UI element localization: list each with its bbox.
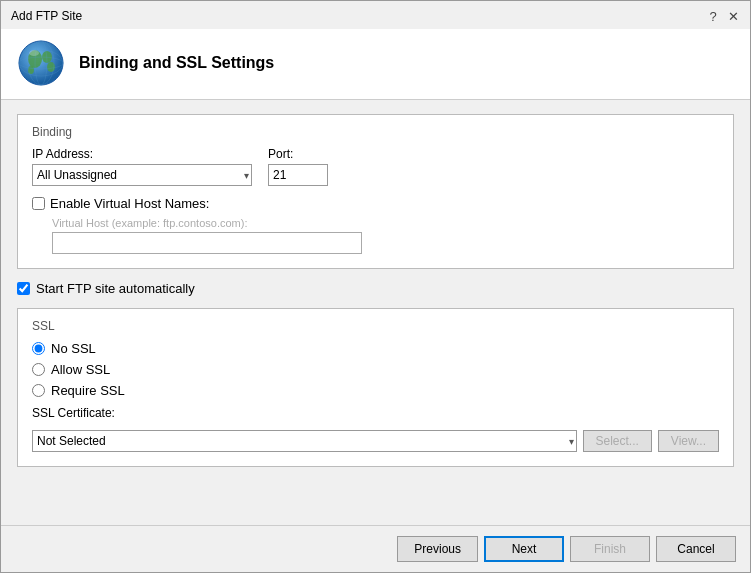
dialog: Add FTP Site ? ✕ [0, 0, 751, 573]
ip-select-wrapper: All Unassigned ▾ [32, 164, 252, 186]
require-ssl-radio[interactable] [32, 384, 45, 397]
allow-ssl-label[interactable]: Allow SSL [51, 362, 110, 377]
no-ssl-radio[interactable] [32, 342, 45, 355]
finish-button[interactable]: Finish [570, 536, 650, 562]
no-ssl-label[interactable]: No SSL [51, 341, 96, 356]
enable-virtual-host-checkbox[interactable] [32, 197, 45, 210]
start-auto-row: Start FTP site automatically [17, 281, 734, 296]
dialog-title: Add FTP Site [11, 9, 82, 23]
title-bar: Add FTP Site ? ✕ [1, 1, 750, 29]
ssl-cert-row: Not Selected ▾ Select... View... [32, 430, 719, 452]
ip-address-select[interactable]: All Unassigned [32, 164, 252, 186]
ssl-label: SSL [32, 319, 719, 333]
port-label: Port: [268, 147, 328, 161]
binding-row: IP Address: All Unassigned ▾ Port: [32, 147, 719, 186]
virtual-host-input[interactable] [52, 232, 362, 254]
globe-icon [17, 39, 65, 87]
previous-button[interactable]: Previous [397, 536, 478, 562]
require-ssl-label[interactable]: Require SSL [51, 383, 125, 398]
help-button[interactable]: ? [704, 7, 722, 25]
ssl-section: SSL No SSL Allow SSL Require SSL SSL Cer… [17, 308, 734, 467]
footer: Previous Next Finish Cancel [1, 525, 750, 572]
allow-ssl-radio[interactable] [32, 363, 45, 376]
ssl-cert-select-wrapper: Not Selected ▾ [32, 430, 577, 452]
header: Binding and SSL Settings [1, 29, 750, 100]
svg-point-9 [29, 50, 39, 56]
start-auto-label[interactable]: Start FTP site automatically [36, 281, 195, 296]
virtual-host-checkbox-row: Enable Virtual Host Names: [32, 196, 719, 211]
require-ssl-row: Require SSL [32, 383, 719, 398]
next-button[interactable]: Next [484, 536, 564, 562]
enable-virtual-host-label[interactable]: Enable Virtual Host Names: [50, 196, 209, 211]
content-area: Binding IP Address: All Unassigned ▾ Por… [1, 100, 750, 525]
ssl-cert-label: SSL Certificate: [32, 406, 719, 420]
title-bar-buttons: ? ✕ [704, 7, 742, 25]
start-auto-checkbox[interactable] [17, 282, 30, 295]
virtual-host-placeholder-text: Virtual Host (example: ftp.contoso.com): [52, 217, 719, 229]
ip-label: IP Address: [32, 147, 252, 161]
select-cert-button[interactable]: Select... [583, 430, 652, 452]
no-ssl-row: No SSL [32, 341, 719, 356]
close-button[interactable]: ✕ [724, 7, 742, 25]
binding-label: Binding [32, 125, 719, 139]
port-field-group: Port: [268, 147, 328, 186]
port-input[interactable] [268, 164, 328, 186]
page-title: Binding and SSL Settings [79, 54, 274, 72]
ip-field-group: IP Address: All Unassigned ▾ [32, 147, 252, 186]
svg-point-4 [28, 66, 34, 74]
ssl-cert-select[interactable]: Not Selected [32, 430, 577, 452]
cancel-button[interactable]: Cancel [656, 536, 736, 562]
view-cert-button[interactable]: View... [658, 430, 719, 452]
binding-section: Binding IP Address: All Unassigned ▾ Por… [17, 114, 734, 269]
allow-ssl-row: Allow SSL [32, 362, 719, 377]
